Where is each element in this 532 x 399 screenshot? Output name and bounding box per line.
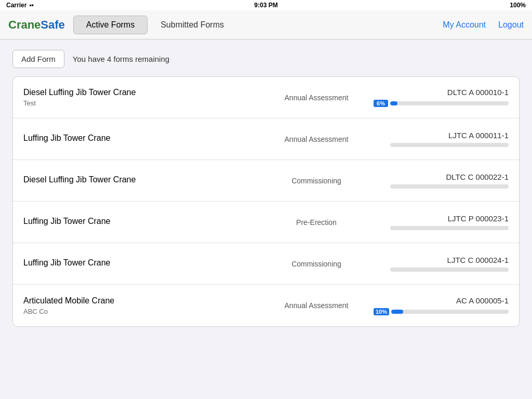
form-item[interactable]: Luffing Jib Tower Crane Pre-Erection LJT… (13, 202, 519, 243)
tab-submitted-forms[interactable]: Submitted Forms (148, 16, 237, 34)
form-type: Commissioning (270, 260, 363, 268)
form-name: Diesel Luffing Jib Tower Crane (23, 175, 270, 184)
progress-container (374, 143, 509, 147)
logo-text: CraneSafe (8, 18, 65, 31)
progress-label: 6% (374, 100, 388, 107)
form-name: Articulated Mobile Crane (23, 296, 270, 305)
logo: CraneSafe (8, 18, 65, 32)
form-id: DLTC A 000010-1 (447, 88, 509, 97)
form-left: Articulated Mobile Crane ABC Co (23, 296, 270, 315)
status-time: 9:03 PM (254, 2, 277, 9)
toolbar: Add Form You have 4 forms remaining (12, 50, 520, 68)
progress-container (374, 268, 509, 272)
form-id: LJTC P 000023-1 (448, 214, 509, 223)
nav-actions: My Account Logout (443, 20, 524, 30)
progress-bar-bg (390, 226, 509, 230)
form-right: AC A 000005-1 10% (363, 296, 509, 315)
form-sub: ABC Co (23, 308, 270, 315)
progress-bar-bg (390, 184, 509, 189)
form-name: Luffing Jib Tower Crane (23, 217, 270, 226)
form-right: DLTC C 000022-1 (363, 172, 509, 189)
form-type: Annual Assessment (270, 94, 363, 102)
form-item[interactable]: Luffing Jib Tower Crane Annual Assessmen… (13, 118, 519, 160)
form-id: AC A 000005-1 (456, 296, 509, 305)
progress-container: 10% (374, 308, 509, 315)
form-id: LJTC C 000024-1 (447, 256, 509, 264)
form-left: Luffing Jib Tower Crane (23, 217, 270, 228)
form-id: DLTC C 000022-1 (446, 172, 509, 181)
navbar: CraneSafe Active Forms Submitted Forms M… (0, 10, 532, 39)
form-sub: Test (23, 99, 270, 107)
form-left: Luffing Jib Tower Crane (23, 258, 270, 270)
progress-container (374, 226, 509, 230)
form-name: Diesel Luffing Jib Tower Crane (23, 88, 270, 97)
status-right: 100% (510, 2, 526, 9)
form-type: Annual Assessment (270, 301, 363, 310)
form-left: Diesel Luffing Jib Tower Crane Test (23, 88, 270, 107)
form-item[interactable]: Diesel Luffing Jib Tower Crane Test Annu… (13, 77, 519, 118)
battery-label: 100% (510, 2, 526, 9)
progress-bar-bg (390, 101, 509, 105)
status-bar: Carrier ▪• 9:03 PM 100% (0, 0, 532, 10)
forms-remaining-text: You have 4 forms remaining (73, 55, 169, 63)
progress-bar-fill (390, 101, 397, 105)
tab-active-forms[interactable]: Active Forms (73, 16, 148, 34)
content-area: Add Form You have 4 forms remaining Dies… (0, 39, 532, 399)
carrier-label: Carrier (6, 2, 26, 9)
status-left: Carrier ▪• (6, 2, 34, 9)
form-item[interactable]: Diesel Luffing Jib Tower Crane Commissio… (13, 160, 519, 202)
progress-container (374, 184, 509, 189)
form-type: Annual Assessment (270, 135, 363, 143)
form-id: LJTC A 000011-1 (448, 131, 509, 140)
form-name: Luffing Jib Tower Crane (23, 134, 270, 143)
progress-bar-bg (390, 143, 509, 147)
progress-label: 10% (374, 308, 389, 315)
forms-list: Diesel Luffing Jib Tower Crane Test Annu… (12, 76, 520, 327)
form-type: Pre-Erection (270, 218, 363, 227)
form-item[interactable]: Luffing Jib Tower Crane Commissioning LJ… (13, 243, 519, 285)
progress-bar-fill (391, 310, 403, 314)
nav-tabs: Active Forms Submitted Forms (73, 16, 443, 34)
form-right: DLTC A 000010-1 6% (363, 88, 509, 107)
form-type: Commissioning (270, 177, 363, 185)
form-right: LJTC C 000024-1 (363, 256, 509, 272)
progress-container: 6% (374, 100, 509, 107)
form-right: LJTC P 000023-1 (363, 214, 509, 230)
wifi-icon: ▪• (29, 2, 33, 9)
form-item[interactable]: Articulated Mobile Crane ABC Co Annual A… (13, 285, 519, 326)
form-right: LJTC A 000011-1 (363, 131, 509, 147)
progress-bar-bg (391, 310, 509, 314)
my-account-link[interactable]: My Account (443, 20, 486, 30)
form-left: Luffing Jib Tower Crane (23, 134, 270, 145)
logout-link[interactable]: Logout (498, 20, 524, 30)
add-form-button[interactable]: Add Form (12, 50, 64, 68)
form-left: Diesel Luffing Jib Tower Crane (23, 175, 270, 187)
form-name: Luffing Jib Tower Crane (23, 258, 270, 268)
progress-bar-bg (390, 268, 509, 272)
